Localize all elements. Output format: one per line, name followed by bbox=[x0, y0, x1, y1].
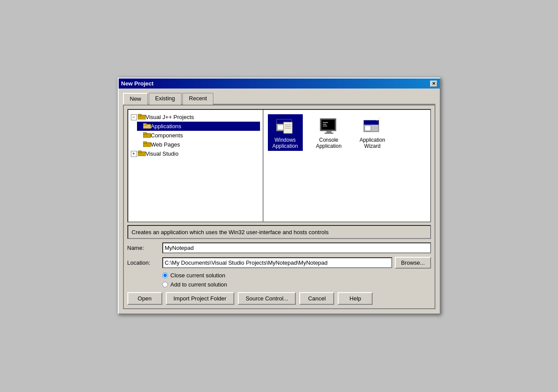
dialog-body: New Existing Recent − bbox=[119, 89, 440, 314]
tree-children-jpp: Applications Components bbox=[137, 122, 260, 149]
new-project-dialog: New Project ✕ New Existing Recent − bbox=[118, 78, 441, 314]
console-app-icon bbox=[318, 116, 339, 137]
folder-icon-webpages bbox=[143, 141, 151, 148]
svg-rect-5 bbox=[143, 133, 147, 134]
tabs-bar: New Existing Recent bbox=[123, 92, 435, 105]
svg-text:✦: ✦ bbox=[378, 116, 381, 120]
svg-rect-1 bbox=[138, 114, 141, 116]
title-bar: New Project ✕ bbox=[119, 78, 440, 89]
description-box: Creates an application which uses the Wi… bbox=[127, 225, 431, 239]
icons-panel: WindowsApplication bbox=[264, 110, 430, 222]
description-text: Creates an application which uses the Wi… bbox=[132, 229, 329, 235]
main-panels: − Visual J++ Projects bbox=[127, 109, 431, 222]
svg-rect-23 bbox=[325, 133, 333, 134]
tree-item-visual-studio[interactable]: + Visual Studio bbox=[131, 149, 260, 158]
app-wizard-icon: ✦ ✦ · bbox=[362, 116, 383, 137]
close-button[interactable]: ✕ bbox=[430, 81, 437, 87]
name-input[interactable] bbox=[162, 242, 431, 253]
tree-expand-vs[interactable]: + bbox=[131, 151, 137, 157]
tab-new[interactable]: New bbox=[123, 93, 148, 105]
folder-icon-jpp bbox=[138, 113, 146, 121]
svg-rect-13 bbox=[284, 122, 292, 133]
help-button[interactable]: Help bbox=[338, 292, 373, 305]
folder-icon-components bbox=[143, 132, 151, 139]
tree-label-webpages: Web Pages bbox=[151, 141, 180, 148]
svg-rect-22 bbox=[326, 131, 332, 133]
icon-windows-app[interactable]: WindowsApplication bbox=[268, 114, 303, 151]
source-control-button[interactable]: Source Control... bbox=[238, 292, 296, 305]
tree-label-jpp: Visual J++ Projects bbox=[146, 114, 194, 120]
location-label: Location: bbox=[127, 259, 162, 266]
location-input[interactable] bbox=[162, 257, 393, 268]
tree-item-applications[interactable]: Applications bbox=[137, 122, 260, 131]
name-label: Name: bbox=[127, 245, 162, 251]
folder-icon-applications bbox=[143, 123, 151, 130]
svg-rect-3 bbox=[143, 123, 147, 125]
radio-row-add: Add to current solution bbox=[162, 281, 431, 288]
tree-item-webpages[interactable]: Web Pages bbox=[137, 140, 260, 149]
icon-console-app[interactable]: ConsoleApplication bbox=[312, 114, 346, 151]
browse-button[interactable]: Browse... bbox=[395, 257, 431, 269]
icon-label-windows-app: WindowsApplication bbox=[272, 137, 298, 149]
folder-icon-vs bbox=[138, 150, 146, 157]
tree-expand-jpp[interactable]: − bbox=[131, 114, 137, 120]
open-button[interactable]: Open bbox=[127, 292, 162, 305]
svg-rect-7 bbox=[143, 142, 147, 143]
svg-rect-9 bbox=[138, 151, 141, 153]
tree-label-applications: Applications bbox=[151, 123, 181, 130]
svg-rect-26 bbox=[365, 126, 371, 131]
name-row: Name: bbox=[127, 242, 431, 253]
tab-recent[interactable]: Recent bbox=[182, 93, 213, 105]
tree-label-vs: Visual Studio bbox=[146, 150, 179, 157]
radio-add-solution[interactable] bbox=[162, 282, 168, 287]
form-section: Name: Location: Browse... Close current … bbox=[127, 242, 431, 288]
icon-label-console-app: ConsoleApplication bbox=[316, 137, 342, 149]
radio-close-label[interactable]: Close current solution bbox=[171, 272, 226, 279]
svg-rect-12 bbox=[277, 125, 284, 130]
icon-app-wizard[interactable]: ✦ ✦ · ApplicationWizard bbox=[355, 114, 390, 151]
tree-item-visual-jpp[interactable]: − Visual J++ Projects bbox=[131, 112, 260, 122]
windows-app-icon bbox=[275, 116, 296, 137]
tab-existing[interactable]: Existing bbox=[149, 93, 182, 105]
radio-add-label[interactable]: Add to current solution bbox=[171, 281, 227, 288]
tab-content-new: − Visual J++ Projects bbox=[123, 105, 435, 309]
svg-rect-18 bbox=[322, 120, 335, 130]
tree-panel: − Visual J++ Projects bbox=[128, 110, 264, 222]
dialog-title: New Project bbox=[121, 80, 154, 87]
location-row: Location: Browse... bbox=[127, 257, 431, 269]
import-button[interactable]: Import Project Folder bbox=[166, 292, 234, 305]
tree-item-components[interactable]: Components bbox=[137, 131, 260, 140]
icon-label-app-wizard: ApplicationWizard bbox=[359, 137, 385, 149]
tree-label-components: Components bbox=[151, 132, 183, 139]
radio-row-close: Close current solution bbox=[162, 272, 431, 279]
radio-close-solution[interactable] bbox=[162, 273, 168, 278]
cancel-button[interactable]: Cancel bbox=[299, 292, 334, 305]
buttons-row: Open Import Project Folder Source Contro… bbox=[127, 292, 431, 305]
